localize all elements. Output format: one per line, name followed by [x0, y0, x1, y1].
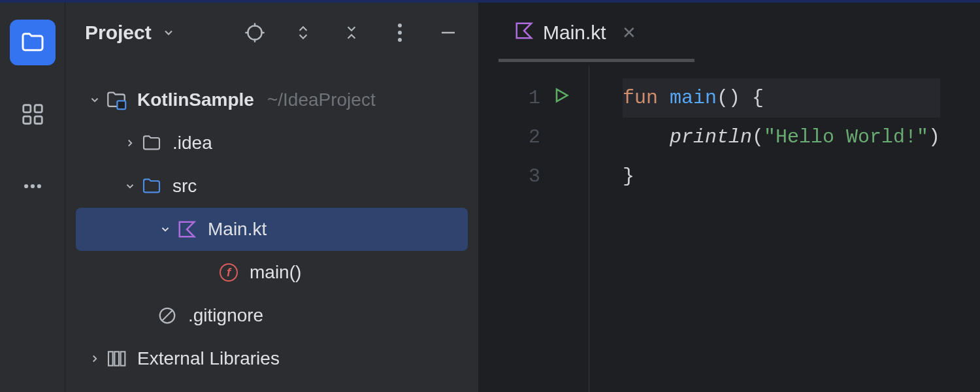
editor-area: Main.kt ✕ 1 2 3 fun main() { — [479, 0, 980, 392]
svg-rect-1 — [35, 105, 42, 112]
svg-rect-20 — [114, 351, 119, 365]
code-line-2[interactable]: println("Hello World!") — [623, 118, 940, 157]
project-tree: KotlinSample ~/IdeaProject .idea src — [65, 65, 478, 392]
expand-all-button[interactable] — [293, 22, 314, 43]
token-punct: } — [623, 165, 634, 188]
more-tools-button[interactable] — [10, 163, 56, 209]
expand-icon — [295, 24, 312, 41]
token-punct: () { — [717, 87, 764, 109]
chevron-down-icon[interactable] — [120, 180, 140, 192]
tree-item-label: External Libraries — [137, 348, 280, 369]
chevron-down-icon[interactable] — [85, 94, 105, 106]
close-tab-button[interactable]: ✕ — [622, 23, 636, 43]
svg-point-6 — [37, 184, 41, 188]
chevron-right-icon[interactable] — [120, 137, 140, 149]
tree-item-label: src — [172, 176, 197, 197]
window-top-accent — [0, 0, 980, 3]
token-punct: ( — [752, 126, 764, 148]
token-function: main — [670, 87, 717, 109]
svg-line-18 — [163, 311, 172, 321]
kebab-icon — [397, 23, 402, 42]
svg-point-4 — [24, 184, 27, 188]
tree-item-label: .idea — [172, 133, 212, 154]
structure-tool-button[interactable] — [10, 91, 56, 137]
tree-root-path: ~/IdeaProject — [267, 90, 376, 110]
folder-icon — [140, 131, 163, 155]
code-line-3[interactable]: } — [623, 157, 940, 196]
tree-item-label: Main.kt — [208, 219, 267, 240]
tree-item-label: main() — [250, 262, 301, 283]
project-panel-title-text: Project — [85, 22, 152, 44]
collapse-all-button[interactable] — [341, 22, 362, 43]
editor-gutter: 1 2 3 — [479, 78, 583, 392]
run-gutter-icon[interactable] — [552, 86, 570, 110]
gutter-line-3[interactable]: 3 — [479, 157, 583, 196]
code-content[interactable]: fun main() { println("Hello World!") } — [583, 78, 940, 392]
token-call: println — [670, 126, 752, 148]
gutter-line-1[interactable]: 1 — [479, 78, 583, 118]
tree-item-gitignore[interactable]: .gitignore — [65, 294, 478, 337]
project-tool-button[interactable] — [10, 20, 56, 65]
svg-point-5 — [30, 184, 34, 188]
svg-point-14 — [398, 38, 402, 42]
line-number: 1 — [529, 87, 540, 109]
function-icon: f — [217, 261, 240, 284]
editor-tab-bar: Main.kt ✕ — [479, 0, 980, 65]
ellipsis-icon — [22, 175, 44, 197]
chevron-down-icon — [162, 26, 175, 39]
svg-marker-22 — [557, 89, 567, 101]
tree-item-label: .gitignore — [188, 305, 263, 326]
locate-button[interactable] — [244, 22, 265, 43]
svg-rect-3 — [35, 116, 42, 123]
minimize-icon — [438, 23, 458, 42]
editor-tab-mainkt[interactable]: Main.kt ✕ — [498, 21, 652, 45]
editor-tab-label: Main.kt — [543, 22, 606, 44]
line-number: 3 — [529, 165, 540, 188]
tree-item-mainfn[interactable]: f main() — [65, 251, 478, 294]
kotlin-file-icon — [514, 21, 534, 45]
gutter-separator — [589, 65, 589, 392]
folder-icon — [20, 29, 46, 56]
tree-item-mainkt[interactable]: Main.kt — [76, 208, 468, 251]
token-punct: ) — [928, 126, 940, 148]
panel-options-button[interactable] — [389, 22, 410, 43]
source-folder-icon — [140, 174, 163, 198]
project-panel: Project — [65, 0, 478, 392]
token-keyword: fun — [623, 87, 658, 109]
chevron-right-icon[interactable] — [85, 353, 105, 365]
gutter-line-2[interactable]: 2 — [479, 118, 583, 157]
tree-item-src[interactable]: src — [65, 165, 478, 208]
token-string: "Hello World!" — [764, 126, 928, 148]
project-panel-actions — [244, 22, 459, 43]
code-editor[interactable]: 1 2 3 fun main() { println("Hello World!… — [479, 65, 980, 392]
project-panel-title[interactable]: Project — [85, 22, 175, 44]
grid-icon — [20, 102, 45, 127]
collapse-icon — [343, 24, 360, 41]
library-icon — [105, 347, 128, 370]
tool-rail — [0, 0, 65, 392]
chevron-down-icon[interactable] — [155, 223, 175, 235]
code-line-1[interactable]: fun main() { — [623, 78, 940, 118]
svg-rect-0 — [23, 105, 30, 112]
svg-rect-2 — [23, 116, 30, 123]
line-number: 2 — [529, 126, 540, 148]
svg-rect-21 — [121, 351, 125, 365]
project-panel-header: Project — [65, 0, 478, 65]
tree-root[interactable]: KotlinSample ~/IdeaProject — [65, 78, 478, 122]
hide-panel-button[interactable] — [438, 22, 459, 43]
tree-item-idea[interactable]: .idea — [65, 122, 478, 165]
module-folder-icon — [105, 88, 128, 112]
svg-point-12 — [398, 24, 402, 27]
svg-rect-19 — [108, 351, 113, 365]
tree-root-name: KotlinSample — [137, 90, 254, 110]
tab-underline — [498, 59, 694, 62]
ignore-file-icon — [155, 304, 179, 327]
tree-item-external-libs[interactable]: External Libraries — [65, 337, 478, 380]
svg-point-7 — [248, 25, 261, 39]
svg-point-13 — [398, 31, 402, 35]
svg-rect-16 — [117, 101, 125, 109]
crosshair-icon — [244, 22, 265, 43]
kotlin-file-icon — [175, 218, 199, 241]
